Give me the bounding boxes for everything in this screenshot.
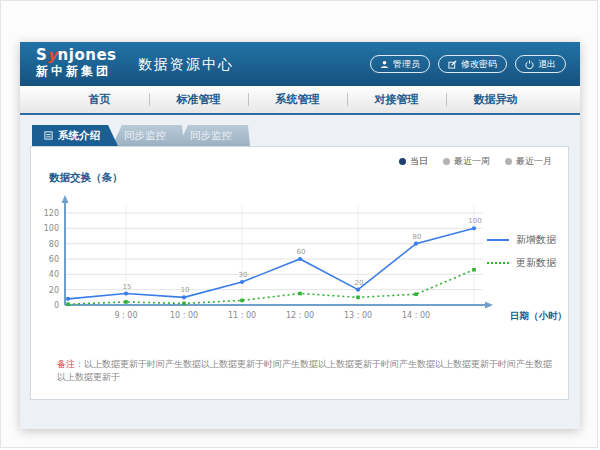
legend-line-dotted-icon xyxy=(487,262,509,264)
range-label: 最近一月 xyxy=(516,155,552,168)
svg-text:60: 60 xyxy=(297,248,306,256)
svg-text:12 : 00: 12 : 00 xyxy=(286,311,314,320)
svg-text:60: 60 xyxy=(49,255,59,264)
app-header: Synjones 新中新集团 数据资源中心 管理员 修改密码 xyxy=(20,42,580,86)
legend-label: 新增数据 xyxy=(516,233,556,247)
page-title: 数据资源中心 xyxy=(138,56,234,74)
svg-text:20: 20 xyxy=(49,286,59,295)
legend-item-updated-data[interactable]: 更新数据 xyxy=(487,256,556,270)
main-nav: 首页 标准管理 系统管理 对接管理 数据异动 xyxy=(20,86,580,115)
tab-doc-icon xyxy=(44,130,53,142)
brand-logo-cn: 新中新集团 xyxy=(36,65,117,78)
svg-text:10 : 00: 10 : 00 xyxy=(170,311,198,320)
svg-text:80: 80 xyxy=(413,233,422,241)
svg-text:14 : 00: 14 : 00 xyxy=(402,311,430,320)
tab-system-intro[interactable]: 系统介绍 xyxy=(32,125,118,146)
screen: Synjones 新中新集团 数据资源中心 管理员 修改密码 xyxy=(0,0,598,448)
header-actions: 管理员 修改密码 退出 xyxy=(370,55,566,73)
content-area: 系统介绍 同步监控 同步监控 当日 最近一周 xyxy=(20,117,580,429)
series-legend: 新增数据 更新数据 xyxy=(487,233,556,270)
svg-text:80: 80 xyxy=(49,240,59,249)
svg-text:9 : 00: 9 : 00 xyxy=(114,311,137,320)
footer-note: 备注：以上数据更新于时间产生数据以上数据更新于时间产生数据以上数据更新于时间产生… xyxy=(57,358,560,384)
tab-sync-monitor-2[interactable]: 同步监控 xyxy=(178,125,250,146)
svg-text:120: 120 xyxy=(44,209,59,218)
brand-logo: Synjones 新中新集团 xyxy=(36,47,117,78)
svg-text:20: 20 xyxy=(355,279,364,287)
admin-user-button[interactable]: 管理员 xyxy=(370,55,430,73)
note-text: ：以上数据更新于时间产生数据以上数据更新于时间产生数据以上数据更新于时间产生数据… xyxy=(57,359,552,382)
svg-text:10: 10 xyxy=(181,286,190,294)
range-option-last-month[interactable]: 最近一月 xyxy=(505,155,552,168)
svg-text:0: 0 xyxy=(54,301,59,310)
legend-item-new-data[interactable]: 新增数据 xyxy=(487,233,556,247)
svg-text:100: 100 xyxy=(44,224,59,233)
range-label: 当日 xyxy=(410,155,428,168)
svg-text:100: 100 xyxy=(468,217,481,225)
y-axis-title: 数据交换（条） xyxy=(49,171,123,185)
range-option-last-week[interactable]: 最近一周 xyxy=(443,155,490,168)
svg-text:15: 15 xyxy=(123,283,132,291)
radio-dot-icon xyxy=(443,158,450,165)
nav-item-home[interactable]: 首页 xyxy=(50,86,149,113)
logout-button[interactable]: 退出 xyxy=(515,55,566,73)
change-password-label: 修改密码 xyxy=(461,58,497,71)
logo-y-swoosh: y xyxy=(47,46,57,64)
logo-s: S xyxy=(36,46,47,64)
svg-text:日期（小时）: 日期（小时） xyxy=(510,310,567,322)
note-prefix: 备注 xyxy=(57,359,75,369)
edit-icon xyxy=(448,60,457,69)
nav-item-data-change[interactable]: 数据异动 xyxy=(446,86,545,113)
svg-text:11 : 00: 11 : 00 xyxy=(228,311,256,320)
logo-rest: njones xyxy=(58,46,117,64)
range-option-today[interactable]: 当日 xyxy=(399,155,428,168)
nav-item-interface-mgmt[interactable]: 对接管理 xyxy=(347,86,446,113)
app-window: Synjones 新中新集团 数据资源中心 管理员 修改密码 xyxy=(20,42,580,429)
brand-logo-en: Synjones xyxy=(36,47,117,64)
power-icon xyxy=(525,60,534,69)
change-password-button[interactable]: 修改密码 xyxy=(438,55,507,73)
radio-dot-icon xyxy=(505,158,512,165)
chart-panel: 当日 最近一周 最近一月 数据交换（条） 0204060801001209 : … xyxy=(30,146,569,400)
legend-line-solid-icon xyxy=(487,239,509,241)
tab-bar: 系统介绍 同步监控 同步监控 xyxy=(32,125,244,146)
nav-item-standard-mgmt[interactable]: 标准管理 xyxy=(149,86,248,113)
admin-user-label: 管理员 xyxy=(393,58,420,71)
nav-item-system-mgmt[interactable]: 系统管理 xyxy=(248,86,347,113)
tab-label: 系统介绍 xyxy=(58,129,100,143)
tab-label: 同步监控 xyxy=(124,129,166,143)
legend-label: 更新数据 xyxy=(516,256,556,270)
time-range-selector: 当日 最近一周 最近一月 xyxy=(399,155,552,168)
svg-text:40: 40 xyxy=(49,270,59,279)
svg-text:30: 30 xyxy=(239,271,248,279)
range-label: 最近一周 xyxy=(454,155,490,168)
user-icon xyxy=(380,60,389,69)
tab-sync-monitor-1[interactable]: 同步监控 xyxy=(112,125,184,146)
svg-text:13 : 00: 13 : 00 xyxy=(344,311,372,320)
tab-label: 同步监控 xyxy=(190,129,232,143)
logout-label: 退出 xyxy=(538,58,556,71)
radio-dot-selected-icon xyxy=(399,158,406,165)
